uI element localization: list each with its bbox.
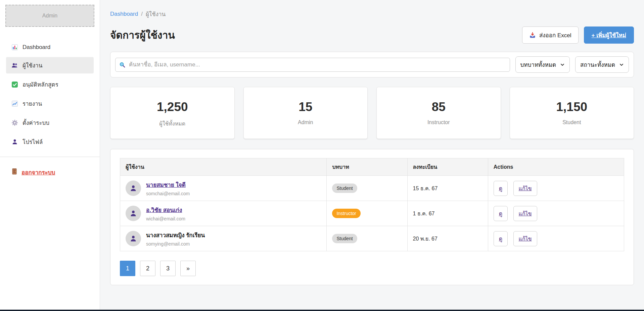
- sidebar-item-settings[interactable]: ตั้งค่าระบบ: [6, 114, 94, 131]
- table-row: นายสมชาย ใจดี somchai@email.com Student …: [120, 176, 624, 201]
- window-bottom-edge: [0, 310, 644, 311]
- user-cell: นายสมชาย ใจดี somchai@email.com: [126, 180, 321, 196]
- user-cell: นางสาวสมหญิง รักเรียน somying@email.com: [126, 230, 321, 247]
- stat-value: 85: [380, 100, 497, 114]
- stat-label: ผู้ใช้ทั้งหมด: [114, 119, 231, 128]
- user-cell: อ.วิชัย สอนเก่ง wichai@email.com: [126, 205, 321, 221]
- edit-button[interactable]: แก้ไข: [513, 181, 537, 196]
- stat-label: Instructor: [380, 119, 497, 125]
- sidebar-item-label: Dashboard: [22, 44, 50, 51]
- role-badge: Instructor: [332, 209, 360, 218]
- user-email: somying@email.com: [146, 241, 205, 247]
- edit-button[interactable]: แก้ไข: [513, 206, 537, 221]
- role-badge: Student: [332, 234, 357, 243]
- stat-card-student: 1,150 Student: [510, 87, 634, 139]
- edit-button[interactable]: แก้ไข: [513, 231, 537, 246]
- table-row: นางสาวสมหญิง รักเรียน somying@email.com …: [120, 226, 624, 251]
- stats-row: 1,250 ผู้ใช้ทั้งหมด 15 Admin 85 Instruct…: [110, 87, 634, 139]
- trend-chart-icon: [11, 100, 18, 107]
- search-input[interactable]: [115, 58, 510, 72]
- column-header-user: ผู้ใช้งาน: [120, 158, 327, 176]
- sidebar-item-reports[interactable]: รายงาน: [6, 95, 94, 112]
- role-filter-select[interactable]: บทบาททั้งหมด: [515, 56, 570, 73]
- stat-card-admin: 15 Admin: [243, 87, 368, 139]
- pagination-page-2[interactable]: 2: [140, 261, 155, 276]
- sidebar-item-label: ตั้งค่าระบบ: [22, 118, 49, 127]
- user-name-link[interactable]: อ.วิชัย สอนเก่ง: [146, 207, 182, 213]
- export-excel-label: ส่งออก Excel: [539, 31, 571, 40]
- sidebar-item-users[interactable]: ผู้ใช้งาน: [6, 57, 94, 73]
- logout-label: ออกจากระบบ: [21, 168, 55, 177]
- sidebar-item-label: โปรไฟล์: [22, 137, 43, 146]
- column-header-role: บทบาท: [327, 158, 407, 176]
- header-actions: ส่งออก Excel + เพิ่มผู้ใช้ใหม่: [522, 27, 634, 44]
- sidebar-nav: Dashboard ผู้ใช้งาน อนุมัติหลักสูตร รายง…: [0, 38, 100, 150]
- view-button[interactable]: ดู: [494, 231, 508, 246]
- users-table: ผู้ใช้งาน บทบาท ลงทะเบียน Actions: [120, 158, 624, 251]
- role-badge: Student: [332, 184, 357, 193]
- column-header-registered: ลงทะเบียน: [407, 158, 488, 176]
- breadcrumb-dashboard-link[interactable]: Dashboard: [110, 11, 138, 17]
- status-filter-select[interactable]: สถานะทั้งหมด: [575, 56, 629, 73]
- avatar: [126, 180, 141, 196]
- sidebar-item-label: อนุมัติหลักสูตร: [22, 80, 58, 89]
- view-button[interactable]: ดู: [494, 181, 508, 196]
- registered-date: 20 พ.ย. 67: [413, 236, 438, 242]
- registered-date: 15 ธ.ค. 67: [413, 186, 438, 191]
- stat-value: 1,150: [513, 100, 631, 114]
- stat-label: Admin: [247, 119, 364, 125]
- logo-text: Admin: [42, 13, 57, 19]
- stat-card-instructor: 85 Instructor: [376, 87, 501, 139]
- view-button[interactable]: ดู: [494, 206, 508, 221]
- filter-panel: บทบาททั้งหมด สถานะทั้งหมด: [110, 52, 634, 77]
- stat-value: 15: [247, 100, 364, 114]
- stat-value: 1,250: [114, 100, 231, 114]
- search-icon: [119, 62, 125, 68]
- add-user-button[interactable]: + เพิ่มผู้ใช้ใหม่: [584, 27, 634, 44]
- sidebar-item-dashboard[interactable]: Dashboard: [6, 40, 94, 54]
- user-name-link[interactable]: นายสมชาย ใจดี: [146, 182, 186, 188]
- user-email: somchai@email.com: [146, 191, 190, 196]
- download-icon: [529, 32, 536, 39]
- user-email: wichai@email.com: [146, 216, 185, 221]
- user-name: นางสาวสมหญิง รักเรียน: [146, 232, 205, 239]
- sidebar: Admin Dashboard ผู้ใช้งาน อนุมัติหลักสูต…: [0, 0, 100, 310]
- app-window: Admin Dashboard ผู้ใช้งาน อนุมัติหลักสูต…: [0, 0, 644, 310]
- status-filter-value: สถานะทั้งหมด: [580, 60, 615, 69]
- user-info: นางสาวสมหญิง รักเรียน somying@email.com: [146, 230, 205, 247]
- avatar: [126, 231, 141, 246]
- stat-label: Student: [513, 119, 631, 125]
- logo-placeholder: Admin: [5, 5, 94, 27]
- logout-link[interactable]: ออกจากระบบ: [6, 165, 94, 179]
- sidebar-divider: [0, 157, 100, 157]
- bar-chart-icon: [11, 44, 18, 51]
- pagination: 1 2 3 »: [120, 261, 624, 276]
- pagination-page-1[interactable]: 1: [120, 261, 135, 276]
- registered-date: 1 ธ.ค. 67: [413, 211, 435, 216]
- check-approve-icon: [11, 81, 18, 88]
- sidebar-item-label: รายงาน: [22, 99, 42, 108]
- avatar: [126, 206, 141, 221]
- table-header-row: ผู้ใช้งาน บทบาท ลงทะเบียน Actions: [120, 158, 624, 176]
- chevron-down-icon: [560, 62, 565, 67]
- stat-card-total-users: 1,250 ผู้ใช้ทั้งหมด: [110, 87, 235, 139]
- page-title: จัดการผู้ใช้งาน: [110, 27, 175, 43]
- breadcrumb-separator: /: [141, 11, 143, 17]
- export-excel-button[interactable]: ส่งออก Excel: [522, 27, 579, 44]
- breadcrumb-current: ผู้ใช้งาน: [146, 9, 166, 18]
- table-row: อ.วิชัย สอนเก่ง wichai@email.com Instruc…: [120, 201, 624, 226]
- door-icon: [11, 168, 17, 176]
- sidebar-item-approve-courses[interactable]: อนุมัติหลักสูตร: [6, 76, 94, 93]
- sidebar-item-profile[interactable]: โปรไฟล์: [6, 134, 94, 150]
- search-wrap: [115, 58, 510, 72]
- role-filter-value: บทบาททั้งหมด: [520, 60, 556, 69]
- gear-icon: [11, 119, 18, 126]
- pagination-next[interactable]: »: [180, 261, 196, 276]
- pagination-page-3[interactable]: 3: [160, 261, 176, 276]
- person-icon: [11, 139, 18, 145]
- page-header: จัดการผู้ใช้งาน ส่งออก Excel + เพิ่มผู้ใ…: [110, 27, 634, 44]
- add-user-label: + เพิ่มผู้ใช้ใหม่: [592, 31, 626, 40]
- column-header-actions: Actions: [488, 158, 624, 176]
- breadcrumb: Dashboard / ผู้ใช้งาน: [110, 9, 634, 18]
- main-content: Dashboard / ผู้ใช้งาน จัดการผู้ใช้งาน ส่…: [100, 0, 644, 310]
